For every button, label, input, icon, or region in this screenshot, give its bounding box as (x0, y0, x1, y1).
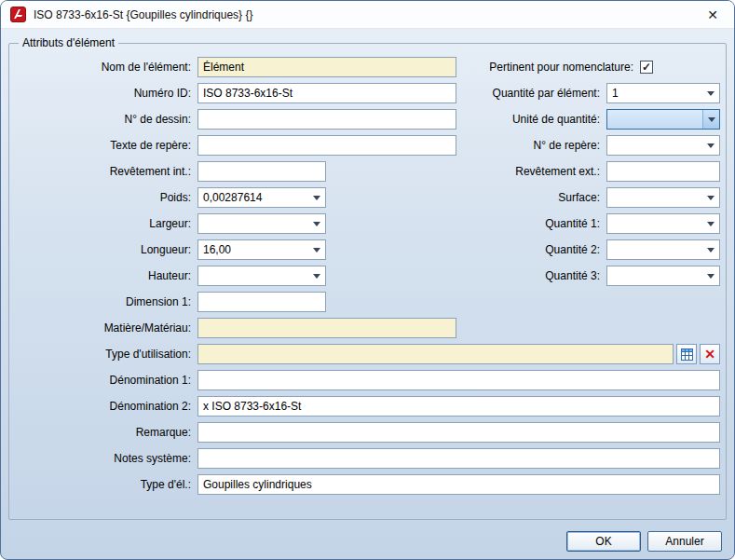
close-icon[interactable]: ✕ (697, 3, 728, 27)
matiere-input[interactable] (197, 318, 456, 338)
cancel-button[interactable]: Annuler (647, 531, 722, 552)
check-icon: ✓ (642, 61, 651, 73)
quantite-par-element-label: Quantité par élément: (467, 87, 606, 100)
row-quantite-3: Quantité 3: (467, 266, 720, 286)
row-remarque: Remarque: (15, 422, 720, 443)
row-nomenclature: Pertinent pour nomenclature: ✓ (467, 57, 720, 77)
denomination-1-input[interactable] (197, 370, 720, 390)
denomination-1-label: Dénomination 1: (15, 374, 197, 387)
matiere-label: Matière/Matériau: (15, 321, 197, 335)
clear-button[interactable]: ✕ (700, 344, 720, 364)
remarque-input[interactable] (197, 422, 720, 443)
poids-combo[interactable]: 0,00287614 (197, 187, 326, 208)
row-type-utilisation: Type d'utilisation: (15, 344, 720, 364)
dimension-1-input[interactable] (197, 292, 326, 312)
quantite-1-combo[interactable] (606, 213, 720, 234)
dialog-body: Attributs d'élément Nom de l'élément: Nu… (1, 29, 734, 559)
chevron-down-icon[interactable] (702, 240, 719, 259)
chevron-down-icon[interactable] (702, 110, 719, 129)
chevron-down-icon[interactable] (702, 136, 719, 155)
row-denomination-1: Dénomination 1: (15, 370, 720, 390)
chevron-down-icon[interactable] (308, 240, 325, 259)
row-quantite-2: Quantité 2: (467, 239, 720, 260)
type-utilisation-input[interactable] (197, 344, 674, 364)
quantite-1-label: Quantité 1: (467, 217, 606, 230)
revetement-ext-input[interactable] (606, 161, 720, 182)
quantite-3-combo[interactable] (606, 266, 720, 286)
notes-systeme-input[interactable] (197, 448, 720, 469)
row-quantite-1: Quantité 1: (467, 213, 720, 234)
attributes-group: Attributs d'élément Nom de l'élément: Nu… (8, 36, 727, 520)
ok-button[interactable]: OK (566, 531, 641, 552)
revetement-int-label: Revêtement int.: (15, 165, 197, 178)
row-unite-quantite: Unité de quantité: (467, 109, 720, 130)
revetement-ext-label: Revêtement ext.: (467, 165, 606, 178)
unite-quantite-label: Unité de quantité: (467, 113, 606, 126)
quantite-2-combo[interactable] (606, 239, 720, 260)
hauteur-label: Hauteur: (15, 269, 197, 282)
surface-label: Surface: (467, 191, 606, 204)
chevron-down-icon[interactable] (702, 214, 719, 233)
chevron-down-icon[interactable] (308, 214, 325, 233)
dialog-footer: OK Annuler (566, 531, 722, 552)
no-repere-combo[interactable] (606, 135, 720, 156)
type-el-label: Type d'él.: (15, 478, 197, 491)
row-notes-systeme: Notes système: (15, 448, 720, 469)
poids-label: Poids: (15, 191, 197, 204)
largeur-combo[interactable] (197, 213, 326, 234)
chevron-down-icon[interactable] (308, 266, 325, 285)
chevron-down-icon[interactable] (702, 266, 719, 285)
surface-combo[interactable] (606, 187, 720, 208)
row-quantite-par-element: Quantité par élément: 1 (467, 83, 720, 103)
app-icon (10, 7, 26, 22)
nomenclature-checkbox[interactable]: ✓ (640, 61, 653, 74)
table-icon (681, 348, 693, 361)
window-title: ISO 8733-6x16-St {Goupilles cylindriques… (34, 8, 689, 21)
quantite-3-label: Quantité 3: (467, 269, 606, 282)
denomination-2-input[interactable] (197, 396, 720, 417)
hauteur-combo[interactable] (197, 266, 326, 286)
chevron-down-icon[interactable] (308, 188, 325, 207)
longueur-label: Longueur: (15, 243, 197, 256)
form-columns: Nom de l'élément: Numéro ID: N° de dessi… (15, 57, 720, 495)
dimension-1-label: Dimension 1: (15, 295, 197, 308)
nom-element-input[interactable] (197, 57, 456, 77)
largeur-label: Largeur: (15, 217, 197, 230)
no-dessin-input[interactable] (197, 109, 456, 130)
no-repere-label: N° de repère: (467, 139, 606, 152)
revetement-int-input[interactable] (197, 161, 326, 182)
longueur-combo[interactable]: 16,00 (197, 239, 326, 260)
quantite-par-element-combo[interactable]: 1 (606, 83, 720, 103)
denomination-2-label: Dénomination 2: (15, 400, 197, 413)
titlebar: ISO 8733-6x16-St {Goupilles cylindriques… (1, 1, 734, 29)
row-denomination-2: Dénomination 2: (15, 396, 720, 417)
element-attributes-dialog: ISO 8733-6x16-St {Goupilles cylindriques… (0, 0, 735, 560)
numero-id-input[interactable] (197, 83, 456, 103)
row-dimension-1: Dimension 1: (15, 292, 720, 312)
texte-repere-input[interactable] (197, 135, 456, 156)
type-el-input[interactable] (197, 474, 720, 495)
type-utilisation-label: Type d'utilisation: (15, 348, 197, 361)
no-dessin-label: N° de dessin: (15, 113, 197, 126)
notes-systeme-label: Notes système: (15, 452, 197, 465)
row-no-repere: N° de repère: (467, 135, 720, 156)
numero-id-label: Numéro ID: (15, 87, 197, 100)
texte-repere-label: Texte de repère: (15, 139, 197, 152)
quantite-2-label: Quantité 2: (467, 243, 606, 256)
group-title: Attributs d'élément (19, 36, 118, 49)
unite-quantite-combo[interactable] (606, 109, 720, 130)
browse-catalog-button[interactable] (676, 344, 697, 364)
row-revetement-ext: Revêtement ext.: (467, 161, 720, 182)
chevron-down-icon[interactable] (702, 84, 719, 102)
right-column: Pertinent pour nomenclature: ✓ Quantité … (467, 57, 720, 292)
nom-element-label: Nom de l'élément: (15, 61, 197, 74)
row-type-el: Type d'él.: (15, 474, 720, 495)
chevron-down-icon[interactable] (702, 188, 719, 207)
nomenclature-label: Pertinent pour nomenclature: (467, 61, 640, 74)
row-surface: Surface: (467, 187, 720, 208)
remarque-label: Remarque: (15, 426, 197, 439)
row-matiere: Matière/Matériau: (15, 318, 720, 338)
delete-icon: ✕ (704, 348, 715, 361)
